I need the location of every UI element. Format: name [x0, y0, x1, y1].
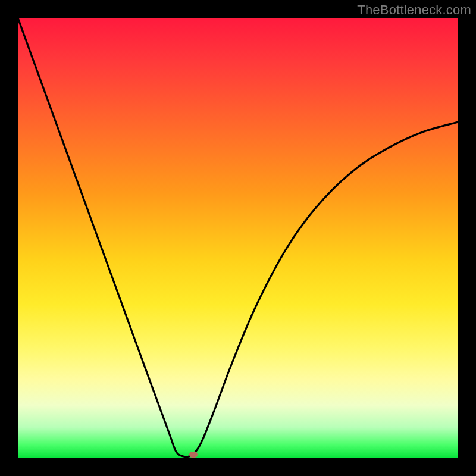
- bottleneck-curve: [18, 18, 458, 458]
- chart-plot-area: [18, 18, 458, 458]
- curve-path: [18, 18, 458, 457]
- optimal-marker: [189, 452, 198, 458]
- watermark-text: TheBottleneck.com: [357, 2, 471, 18]
- chart-frame: TheBottleneck.com: [0, 0, 476, 476]
